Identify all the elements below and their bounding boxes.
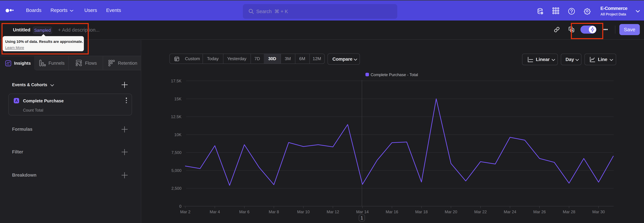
svg-text:17.5K: 17.5K [171,79,182,83]
svg-text:Mar 10: Mar 10 [297,209,310,214]
svg-text:Mar 8: Mar 8 [269,209,279,214]
svg-text:7,500: 7,500 [172,150,182,155]
svg-text:Mar 6: Mar 6 [239,209,250,214]
svg-text:Mar 12: Mar 12 [327,209,339,214]
svg-text:Mar 2: Mar 2 [180,209,190,214]
svg-text:10K: 10K [174,133,182,137]
svg-text:Mar 20: Mar 20 [445,209,457,214]
svg-text:Mar 4: Mar 4 [210,209,220,214]
svg-text:Mar 14: Mar 14 [356,209,369,214]
svg-text:Mar 30: Mar 30 [592,209,605,214]
svg-text:2,500: 2,500 [172,186,182,191]
svg-text:Mar 26: Mar 26 [533,209,546,214]
svg-text:5,000: 5,000 [172,168,182,173]
svg-text:15K: 15K [174,97,182,101]
svg-text:Mar 28: Mar 28 [563,209,576,214]
svg-text:12.5K: 12.5K [171,115,182,119]
svg-text:0: 0 [179,204,182,208]
svg-text:Mar 18: Mar 18 [415,209,428,214]
svg-text:Mar 24: Mar 24 [504,209,516,214]
svg-text:Mar 16: Mar 16 [386,209,398,214]
svg-text:Mar 22: Mar 22 [474,209,487,214]
